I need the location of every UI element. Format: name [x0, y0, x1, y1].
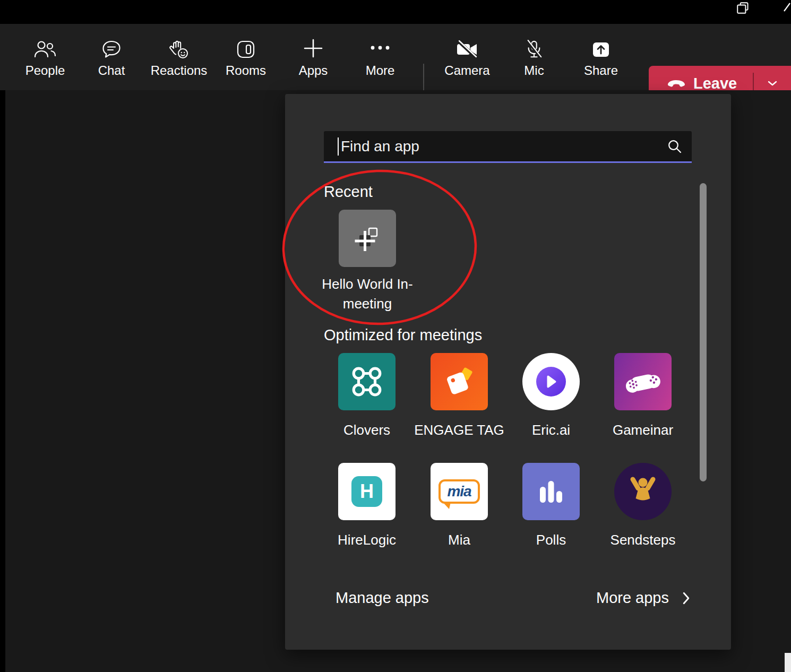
apps-panel-footer: Manage apps More apps [336, 589, 690, 607]
window-restore-icon[interactable] [736, 1, 750, 17]
app-label-clovers[interactable]: Clovers [321, 420, 413, 440]
bar-chart-icon [536, 477, 566, 506]
app-label-hirelogic[interactable]: HireLogic [321, 530, 413, 550]
gamepad-icon [623, 367, 663, 396]
section-title-optimized: Optimized for meetings [324, 326, 482, 344]
reactions-icon [168, 37, 190, 59]
chevron-down-icon [768, 81, 777, 86]
app-tile-eric-ai[interactable] [522, 353, 580, 410]
toolbar-label: More [366, 64, 395, 77]
people-icon [33, 37, 57, 59]
app-label-polls[interactable]: Polls [505, 530, 597, 550]
toolbar-item-more[interactable]: More [349, 37, 411, 77]
app-label-sendsteps[interactable]: Sendsteps [597, 530, 689, 550]
play-button-icon [536, 367, 566, 397]
panel-scrollbar-thumb[interactable] [700, 183, 707, 481]
more-apps-link[interactable]: More apps [596, 589, 690, 607]
rooms-icon [236, 37, 255, 59]
apps-icon [303, 37, 324, 59]
more-apps-label: More apps [596, 589, 669, 607]
chat-icon [101, 37, 122, 59]
meeting-toolbar: People Chat Reactions [0, 24, 791, 90]
toolbar-label: People [25, 64, 65, 77]
manage-apps-label: Manage apps [336, 589, 429, 607]
mia-logo-text: mia [447, 483, 471, 500]
window-close-icon[interactable] [783, 1, 791, 15]
search-icon[interactable] [667, 139, 682, 154]
mia-logo-icon: mia [439, 479, 480, 504]
app-tile-sendsteps[interactable] [614, 463, 672, 520]
toolbar-item-chat[interactable]: Chat [81, 37, 142, 77]
toolbar-label: Camera [444, 64, 489, 77]
toolbar-label: Share [584, 64, 618, 77]
leave-label: Leave [693, 75, 737, 92]
app-label-mia[interactable]: Mia [413, 530, 505, 550]
toolbar-label: Rooms [226, 64, 266, 77]
text-caret [338, 137, 339, 156]
window-scrollbar-fragment [785, 653, 791, 672]
hirelogic-letter: H [360, 480, 374, 503]
app-tile-hello-world[interactable] [339, 210, 396, 267]
toolbar-item-apps[interactable]: Apps [282, 37, 344, 77]
app-tile-clovers[interactable] [338, 353, 396, 410]
app-label-eric-ai[interactable]: Eric.ai [505, 420, 597, 440]
toolbar-item-camera[interactable]: Camera [436, 37, 498, 77]
speech-bubble-tail [443, 502, 451, 509]
mic-off-icon [525, 37, 543, 59]
price-tag-icon [443, 365, 476, 398]
app-tile-polls[interactable] [522, 463, 580, 520]
toolbar-label: Apps [299, 64, 328, 77]
toolbar-item-share[interactable]: Share [570, 37, 632, 77]
chevron-right-icon [683, 592, 690, 605]
share-icon [591, 37, 611, 59]
call-end-icon [667, 79, 686, 88]
camera-off-icon [456, 37, 478, 59]
toolbar-item-reactions[interactable]: Reactions [148, 37, 210, 77]
clovers-knot-icon [350, 365, 383, 398]
toolbar-label: Chat [98, 64, 125, 77]
app-label-engage-tag[interactable]: ENGAGE TAG [413, 420, 505, 440]
app-label-gameinar[interactable]: Gameinar [597, 420, 689, 440]
toolbar-item-people[interactable]: People [14, 37, 76, 77]
toolbar-label: Mic [524, 64, 544, 77]
window-title-bar [0, 0, 791, 24]
app-tile-hirelogic[interactable]: H [338, 463, 396, 520]
app-tile-engage-tag[interactable] [431, 353, 488, 410]
manage-apps-link[interactable]: Manage apps [336, 589, 429, 607]
toolbar-item-rooms[interactable]: Rooms [215, 37, 277, 77]
toolbar-label: Reactions [151, 64, 208, 77]
app-tile-gameinar[interactable] [614, 353, 672, 410]
more-icon [369, 37, 391, 59]
section-title-recent: Recent [324, 183, 373, 201]
app-label-hello-world[interactable]: Hello World In-meeting [314, 274, 420, 314]
toolbar-item-mic[interactable]: Mic [503, 37, 565, 77]
app-tile-mia[interactable]: mia [431, 463, 488, 520]
search-input[interactable] [340, 137, 667, 156]
default-app-icon [354, 225, 381, 252]
stage-left-edge [0, 90, 5, 672]
cheering-person-icon [626, 475, 660, 509]
app-search-box[interactable] [324, 131, 692, 163]
apps-flyout-panel: Recent Hello World In-meeting Optimized … [285, 94, 731, 650]
hirelogic-logo-icon: H [351, 476, 382, 507]
